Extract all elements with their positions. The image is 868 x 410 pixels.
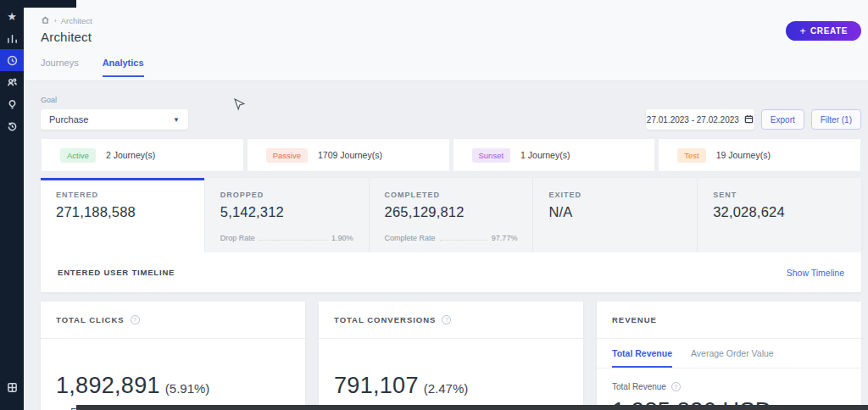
home-icon[interactable] [41,15,50,26]
create-button-label: CREATE [810,26,848,36]
entered-user-timeline-bar: ENTERED USER TIMELINE Show Timeline [41,252,861,292]
create-button[interactable]: + CREATE [786,21,861,41]
total-clicks-card: TOTAL CLICKS ? 1,892,891 (5.91%) ↗ 5.30%… [41,302,305,410]
breadcrumb-item-architect[interactable]: Architect [61,16,92,25]
history-clock-icon[interactable] [0,115,24,137]
total-clicks-value: 1,892,891 [56,373,160,399]
calendar-icon [744,114,754,125]
trend-up-icon: ↗ [56,407,65,410]
page-header: › Architect Architect Journeys Analytics… [24,0,868,81]
total-clicks-body: 1,892,891 (5.91%) ↗ 5.30% ? compared to … [41,339,305,410]
tab-total-revenue[interactable]: Total Revenue [612,339,672,368]
page-title: Architect [41,30,92,44]
funnel-stats-cards: ENTERED 271,188,588 DROPPED 5,142,312 Dr… [41,178,861,252]
revenue-label: Total Revenue [612,382,666,391]
ideas-lightbulb-icon[interactable] [0,93,24,115]
metric-cards-row: TOTAL CLICKS ? 1,892,891 (5.91%) ↗ 5.30%… [41,302,861,410]
stat-card-entered[interactable]: ENTERED 271,188,588 [41,178,204,252]
plus-icon: + [799,25,806,37]
bottom-edge-strip [76,405,868,410]
favorites-star-icon[interactable]: ★ [0,5,24,27]
rate-value: 97.77% [492,234,518,242]
status-count: 1709 Journey(s) [318,150,382,160]
status-count: 2 Journey(s) [106,150,155,160]
rate-value: 1.90% [331,234,353,242]
help-icon[interactable]: ? [671,382,681,391]
stat-card-dropped[interactable]: DROPPED 5,142,312 Drop Rate 1.90% [204,178,369,252]
chevron-right-icon: › [54,17,57,25]
top-edge-fragment [24,0,76,8]
revenue-tabs: Total Revenue Average Order Value [597,339,861,368]
stat-value: N/A [548,204,682,220]
tab-average-order-value[interactable]: Average Order Value [691,339,774,368]
sidebar: ★ [0,0,24,410]
status-card-active[interactable]: Active 2 Journey(s) [41,138,244,172]
journey-status-row: Active 2 Journey(s) Passive 1709 Journey… [41,138,861,172]
card-title: REVENUE [612,315,657,324]
total-clicks-header: TOTAL CLICKS ? [41,302,305,339]
status-card-test[interactable]: Test 19 Journey(s) [658,138,861,172]
analytics-bars-icon[interactable] [0,27,24,49]
status-card-passive[interactable]: Passive 1709 Journey(s) [247,138,450,172]
stat-card-exited[interactable]: EXITED N/A [532,178,697,252]
card-title: TOTAL CLICKS [56,315,125,324]
status-count: 1 Journey(s) [520,150,570,160]
revenue-card: REVENUE Total Revenue Average Order Valu… [597,302,861,410]
help-icon[interactable]: ? [442,315,451,324]
timeline-label: ENTERED USER TIMELINE [58,268,175,277]
card-title: TOTAL CONVERSIONS [334,315,436,324]
goal-label: Goal [41,96,57,104]
stat-card-sent[interactable]: SENT 32,028,624 [697,178,861,252]
show-timeline-link[interactable]: Show Timeline [787,268,844,278]
total-conversions-body: 791,107 (2.47%) ↗ 8.40% ? compared to pr… [319,339,583,410]
status-badge: Sunset [472,148,511,163]
breadcrumb: › Architect [41,15,92,26]
total-conversions-header: TOTAL CONVERSIONS ? [319,302,583,339]
stat-value: 271,188,588 [56,204,189,220]
total-conversions-card: TOTAL CONVERSIONS ? 791,107 (2.47%) ↗ 8.… [319,302,583,410]
tab-journeys[interactable]: Journeys [41,58,79,77]
rate-label: Drop Rate [220,234,255,242]
status-card-sunset[interactable]: Sunset 1 Journey(s) [453,138,656,172]
stat-value: 32,028,624 [713,204,846,220]
status-badge: Active [60,148,96,163]
stat-label: SENT [713,191,846,199]
filter-button[interactable]: Filter (1) [811,109,861,130]
revenue-body: Total Revenue ? 1,985,836 USD [597,368,861,410]
total-conversions-value: 791,107 [334,373,419,399]
drop-rate-row: Drop Rate 1.90% [220,233,353,242]
date-range-value: 27.01.2023 - 27.02.2023 [647,115,739,125]
funnel-stats-panel: ENTERED 271,188,588 DROPPED 5,142,312 Dr… [41,178,861,292]
dotted-leader [259,233,327,241]
apps-grid-icon[interactable] [0,376,24,398]
audience-people-icon[interactable] [0,71,24,93]
chevron-down-icon: ▼ [173,116,180,124]
stat-value: 265,129,812 [385,204,518,220]
toolbar-right: 27.01.2023 - 27.02.2023 Export Filter (1… [646,109,861,130]
revenue-header: REVENUE [597,302,861,339]
tab-analytics[interactable]: Analytics [103,58,144,77]
goal-select-value: Purchase [49,114,88,125]
stat-card-completed[interactable]: COMPLETED 265,129,812 Complete Rate 97.7… [369,178,533,252]
date-range-picker[interactable]: 27.01.2023 - 27.02.2023 [646,109,754,130]
stat-label: COMPLETED [385,191,518,199]
export-button[interactable]: Export [761,109,804,130]
mouse-cursor [234,98,245,115]
complete-rate-row: Complete Rate 97.77% [385,233,518,242]
total-conversions-rate: (2.47%) [424,381,469,396]
status-badge: Passive [266,148,308,163]
dotted-leader [440,233,487,241]
main-tabs: Journeys Analytics [41,58,144,77]
stat-label: ENTERED [56,191,189,199]
help-icon[interactable]: ? [131,315,140,324]
goal-select[interactable]: Purchase ▼ [41,109,188,130]
status-count: 19 Journey(s) [716,150,771,160]
total-clicks-rate: (5.91%) [165,381,210,396]
rate-label: Complete Rate [385,234,436,242]
status-badge: Test [677,148,705,163]
stat-value: 5,142,312 [220,204,353,220]
stat-label: EXITED [548,191,682,199]
stat-label: DROPPED [220,191,353,199]
architect-compass-icon[interactable] [0,49,24,71]
